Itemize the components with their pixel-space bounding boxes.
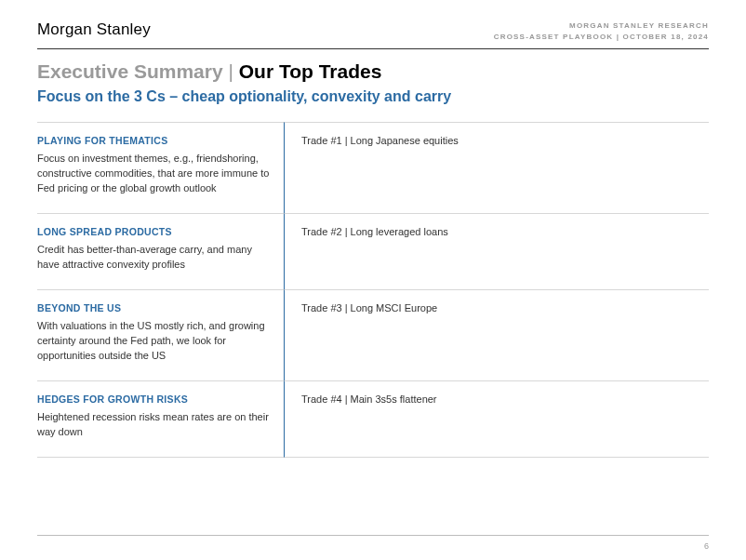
section-right: Trade #4 | Main 3s5s flattener — [284, 380, 709, 457]
trade-label: Trade #4 | Main 3s5s flattener — [301, 393, 437, 405]
section-category: BEYOND THE US — [37, 301, 273, 315]
section-left: LONG SPREAD PRODUCTS Credit has better-t… — [37, 213, 284, 289]
trade-label: Trade #2 | Long leveraged loans — [301, 226, 448, 237]
title-main: Our Top Trades — [239, 60, 382, 82]
section-description: Focus on investment themes, e.g., friend… — [37, 152, 273, 196]
page: Morgan Stanley MORGAN STANLEY RESEARCH C… — [0, 0, 746, 476]
section-right: Trade #1 | Long Japanese equities — [284, 122, 709, 213]
grid-bottom-rule — [284, 457, 709, 458]
page-number: 6 — [704, 541, 709, 551]
section-category: PLAYING FOR THEMATICS — [37, 134, 273, 148]
section-right: Trade #3 | Long MSCI Europe — [284, 289, 709, 380]
section-left: HEDGES FOR GROWTH RISKS Heightened reces… — [37, 380, 284, 457]
title-prefix: Executive Summary — [37, 60, 223, 82]
page-title: Executive Summary | Our Top Trades — [37, 60, 709, 83]
page-header: Morgan Stanley MORGAN STANLEY RESEARCH C… — [37, 20, 709, 49]
grid-bottom-rule — [37, 457, 284, 458]
footer-rule — [37, 535, 709, 536]
header-meta: MORGAN STANLEY RESEARCH CROSS-ASSET PLAY… — [494, 20, 709, 43]
section-left: BEYOND THE US With valuations in the US … — [37, 289, 284, 380]
brand-logo: Morgan Stanley — [37, 20, 151, 39]
trades-grid: PLAYING FOR THEMATICS Focus on investmen… — [37, 122, 709, 458]
section-category: LONG SPREAD PRODUCTS — [37, 225, 273, 239]
section-left: PLAYING FOR THEMATICS Focus on investmen… — [37, 122, 284, 213]
section-category: HEDGES FOR GROWTH RISKS — [37, 393, 273, 407]
section-description: With valuations in the US mostly rich, a… — [37, 319, 273, 364]
trade-label: Trade #1 | Long Japanese equities — [301, 135, 459, 146]
section-right: Trade #2 | Long leveraged loans — [284, 213, 709, 289]
meta-line-2: CROSS-ASSET PLAYBOOK | OCTOBER 18, 2024 — [494, 32, 709, 43]
meta-line-1: MORGAN STANLEY RESEARCH — [494, 20, 709, 32]
title-separator: | — [223, 60, 239, 82]
section-description: Heightened recession risks mean rates ar… — [37, 410, 273, 440]
trade-label: Trade #3 | Long MSCI Europe — [301, 302, 437, 313]
section-description: Credit has better-than-average carry, an… — [37, 243, 273, 273]
page-subtitle: Focus on the 3 Cs – cheap optionality, c… — [37, 88, 709, 105]
